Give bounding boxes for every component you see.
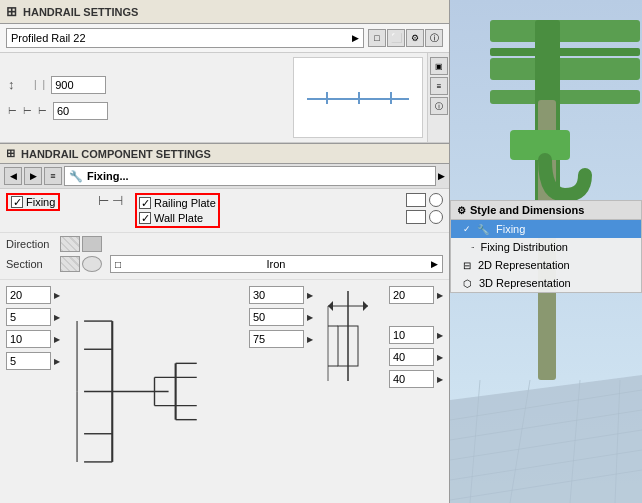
dim-box-l4[interactable]: 5: [6, 352, 51, 370]
dim-row-3: 10 ▶: [6, 330, 60, 348]
angle-icon3: ⊢: [38, 105, 47, 116]
handrail-header: ⊞ HANDRAIL SETTINGS: [0, 0, 449, 24]
height-input[interactable]: 900: [51, 76, 106, 94]
fixing-right: ✓ Railing Plate ✓ Wall Plate: [135, 193, 220, 228]
right-diagram-svg: [323, 286, 383, 386]
component-header: ⊞ HANDRAIL COMPONENT SETTINGS: [0, 143, 449, 164]
material-label: Iron: [267, 258, 286, 270]
preview-settings-btn[interactable]: ⚙: [406, 29, 424, 47]
mid-dim-col: 30 ▶ 50 ▶ 75 ▶: [249, 286, 313, 497]
material-dropdown[interactable]: □ Iron ▶: [110, 255, 443, 273]
dimension-area: 20 ▶ 5 ▶ 10 ▶ 5 ▶: [0, 280, 449, 503]
dim-box-r1[interactable]: 10: [389, 326, 434, 344]
fixing-middle: ⊢ ⊣: [90, 193, 131, 208]
dim-arrow-m2: ▶: [307, 313, 313, 322]
section-row: Section □ Iron ▶: [6, 255, 443, 273]
dim-box-l2[interactable]: 5: [6, 308, 51, 326]
dim-arrow-m3: ▶: [307, 335, 313, 344]
dim-box-r2[interactable]: 40: [389, 348, 434, 366]
shape-row-1: [406, 193, 443, 207]
preview-tick-1: [326, 92, 328, 104]
overlay-2d-icon: ⊟: [463, 260, 471, 271]
component-icon: ⊞: [6, 147, 15, 160]
nav-next-btn[interactable]: ▶: [24, 167, 42, 185]
overlay-2d-label: 2D Representation: [478, 259, 570, 271]
preview-box: [293, 57, 423, 138]
dir-icon-1[interactable]: [60, 236, 80, 252]
expand-btn[interactable]: ▣: [430, 57, 448, 75]
section-icon-1[interactable]: [60, 256, 80, 272]
dim-row-r2: 40 ▶: [389, 348, 443, 366]
direction-label: Direction: [6, 238, 56, 250]
dim-arrow-l2: ▶: [54, 313, 60, 322]
dir-section-area: Direction Section □ Iron ▶: [0, 233, 449, 280]
dim-box-r0[interactable]: 20: [389, 286, 434, 304]
dim-box-l1[interactable]: 20: [6, 286, 51, 304]
preview-3d-btn[interactable]: ⬜: [387, 29, 405, 47]
overlay-3d-item[interactable]: ⬡ 3D Representation: [451, 274, 641, 292]
overlay-fixing-dist-item[interactable]: ·· Fixing Distribution: [451, 238, 641, 256]
circle-btn-1[interactable]: [429, 193, 443, 207]
height-param-row: ↕ | | 900: [8, 76, 281, 94]
handrail-title: HANDRAIL SETTINGS: [23, 6, 138, 18]
right-dim-col: 20 ▶ 10 ▶ 40 ▶ 40 ▶: [389, 286, 443, 388]
shape-row-2: [406, 210, 443, 224]
fixing-check-mark: ✓: [13, 196, 22, 209]
overlay-fixing-item[interactable]: ✓ 🔧 Fixing: [451, 220, 641, 238]
svg-rect-23: [490, 20, 640, 42]
svg-rect-24: [490, 48, 640, 56]
component-title: HANDRAIL COMPONENT SETTINGS: [21, 148, 211, 160]
overlay-2d-item[interactable]: ⊟ 2D Representation: [451, 256, 641, 274]
railing-plate-checkbox[interactable]: ✓: [139, 197, 151, 209]
overlay-fixing-label: Fixing: [496, 223, 525, 235]
dim-row-4: 5 ▶: [6, 352, 60, 370]
preview-area: ↕ | | 900 ⊢ ⊢ ⊢ 60 ▣ ≡ ⓘ: [0, 53, 449, 143]
nav-list-btn[interactable]: ≡: [44, 167, 62, 185]
dim-row-1: 20 ▶: [6, 286, 60, 304]
preview-info-btn[interactable]: ⓘ: [425, 29, 443, 47]
preview-2d-btn[interactable]: □: [368, 29, 386, 47]
wall-plate-checkbox[interactable]: ✓: [139, 212, 151, 224]
height-separator: |: [34, 79, 37, 90]
dim-arrow-l4: ▶: [54, 357, 60, 366]
dim-box-r3[interactable]: 40: [389, 370, 434, 388]
dim-box-m3[interactable]: 75: [249, 330, 304, 348]
shape-buttons: [406, 193, 443, 224]
angle-icon1: ⊢: [8, 105, 17, 116]
dim-arrow-l3: ▶: [54, 335, 60, 344]
nav-prev-btn[interactable]: ◀: [4, 167, 22, 185]
rect-btn-1[interactable]: [406, 193, 426, 207]
angle-input[interactable]: 60: [53, 102, 108, 120]
side-icon-buttons: ▣ ≡ ⓘ: [427, 53, 449, 142]
dir-icon-2[interactable]: [82, 236, 102, 252]
fixing-checkbox[interactable]: ✓: [11, 196, 23, 208]
dim-row-m2: 50 ▶: [249, 308, 313, 326]
dim-box-l3[interactable]: 10: [6, 330, 51, 348]
profile-dropdown[interactable]: Profiled Rail 22 ▶: [6, 28, 364, 48]
section-label: Section: [6, 258, 56, 270]
wall-plate-row: ✓ Wall Plate: [139, 212, 216, 224]
dim-box-m1[interactable]: 30: [249, 286, 304, 304]
list-btn[interactable]: ≡: [430, 77, 448, 95]
height-separator2: |: [43, 79, 46, 90]
fixing-text: Fixing: [26, 196, 55, 208]
fixing-checkbox-label[interactable]: ✓ Fixing: [6, 193, 60, 211]
overlay-check-icon: ✓: [463, 224, 471, 234]
section-icon-2[interactable]: [82, 256, 102, 272]
circle-btn-2[interactable]: [429, 210, 443, 224]
dim-arrow-r0: ▶: [437, 291, 443, 300]
overlay-icon: ⚙: [457, 205, 466, 216]
dim-box-m2[interactable]: 50: [249, 308, 304, 326]
nav-bar: ◀ ▶ ≡ 🔧 Fixing... ▶: [0, 164, 449, 189]
svg-marker-20: [328, 301, 333, 311]
rect-btn-2[interactable]: [406, 210, 426, 224]
nav-label[interactable]: 🔧 Fixing...: [64, 166, 436, 186]
overlay-fixing-icon: 🔧: [477, 224, 489, 235]
right-dim-area: 20 ▶ 10 ▶ 40 ▶ 40 ▶: [323, 286, 443, 497]
param-controls: ↕ | | 900 ⊢ ⊢ ⊢ 60: [0, 53, 289, 142]
info-btn[interactable]: ⓘ: [430, 97, 448, 115]
overlay-fixing-dist-icon: ··: [471, 243, 473, 252]
dim-row-2: 5 ▶: [6, 308, 60, 326]
handrail-icon: ⊞: [6, 4, 17, 19]
diagram-svg: [70, 286, 239, 497]
